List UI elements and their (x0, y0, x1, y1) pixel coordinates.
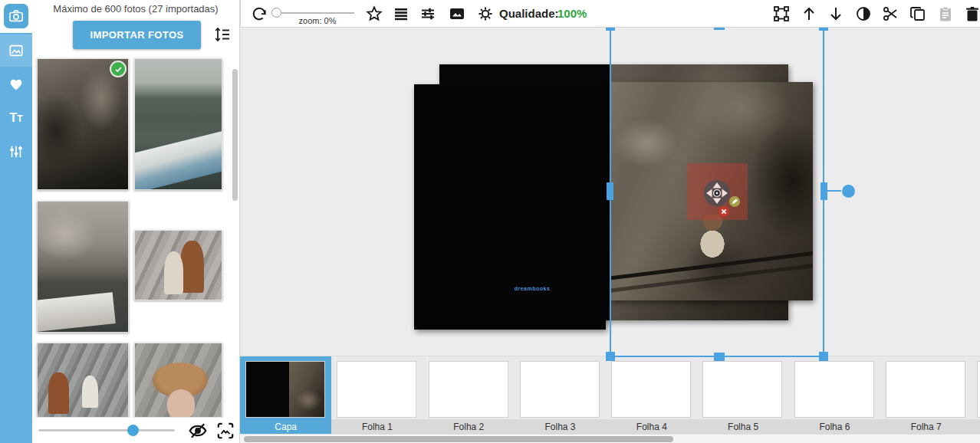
thumbnail-size-slider[interactable] (38, 429, 175, 432)
filmstrip-page-label: Folha 6 (789, 419, 880, 434)
rotate-button[interactable] (251, 5, 268, 22)
zoom-level-label: zoom: 0% (278, 16, 357, 25)
selection-handle-bottom-mid[interactable] (714, 353, 725, 361)
filmstrip-page[interactable]: Capa (240, 356, 331, 434)
trash-icon (964, 5, 980, 22)
thumbnail-size-slider-handle[interactable] (127, 425, 139, 436)
star-icon (366, 5, 383, 22)
contrast-button[interactable] (855, 5, 872, 22)
copy-button[interactable] (909, 5, 926, 22)
photo-panel-footer (32, 418, 239, 443)
import-photos-button[interactable]: IMPORTAR FOTOS (73, 21, 201, 49)
camera-icon (8, 8, 24, 24)
brand-logo: dreambooks (505, 286, 560, 291)
quality-label: Qualidade: (499, 0, 559, 28)
gear-icon (477, 5, 494, 22)
cover-thumb-rock (289, 362, 324, 417)
editor-toolbar: zoom: 0% Qual (240, 0, 980, 28)
arrow-down-icon (827, 5, 844, 22)
library-photo-thumbnail[interactable] (37, 58, 129, 190)
eye-off-icon (188, 421, 208, 441)
image-frame-icon (215, 421, 235, 441)
filmstrip-page-thumb (429, 361, 508, 418)
sidebar-item-text[interactable]: TT (0, 102, 32, 134)
filmstrip-page-label (972, 419, 980, 434)
filmstrip-page[interactable] (972, 356, 980, 434)
cover-thumb-black (246, 362, 289, 417)
filmstrip-page[interactable]: Folha 1 (331, 356, 423, 434)
filmstrip-page-thumb (520, 361, 600, 418)
selection-frame[interactable] (610, 25, 824, 357)
adjust-settings-button[interactable] (419, 5, 436, 22)
filmstrip-page[interactable]: Folha 5 (697, 356, 788, 434)
copy-icon (909, 5, 926, 22)
pages-filmstrip: Capa Folha 1 Folha 2 Folha 3 Folha 4 Fol… (240, 356, 980, 434)
delete-button[interactable] (964, 5, 980, 22)
favorite-star-button[interactable] (366, 5, 383, 22)
bring-forward-button[interactable] (801, 5, 817, 22)
text-Tt-icon: TT (9, 111, 22, 125)
layouts-menu-button[interactable] (393, 5, 409, 22)
hide-used-photos-button[interactable] (188, 421, 208, 441)
paste-button[interactable] (937, 5, 954, 22)
left-icon-rail: TT (0, 0, 32, 443)
selection-handle-bottom-right[interactable] (819, 352, 828, 361)
send-backward-button[interactable] (827, 5, 844, 22)
heart-icon (8, 77, 24, 92)
black-photo-layer[interactable]: dreambooks (414, 84, 606, 330)
filmstrip-page-thumb (337, 361, 416, 418)
check-icon (114, 65, 123, 74)
filmstrip-page-thumb (702, 361, 782, 418)
photo-library-panel: Máximo de 600 fotos (27 importadas) IMPO… (32, 0, 240, 443)
library-photo-thumbnail[interactable] (134, 58, 222, 190)
filmstrip-page[interactable]: Folha 2 (423, 356, 515, 434)
filmstrip-page[interactable]: Folha 4 (606, 356, 697, 434)
adjust-sliders-icon (8, 144, 24, 159)
settings-gear-button[interactable] (477, 5, 494, 22)
rotate-icon (251, 5, 268, 22)
photo-panel-scrollbar[interactable] (232, 69, 238, 201)
filmstrip-scrollbar-thumb[interactable] (244, 436, 673, 442)
sidebar-item-adjust[interactable] (0, 136, 32, 168)
filmstrip-page-thumb (611, 361, 691, 418)
filmstrip-page-thumb (977, 361, 980, 418)
filmstrip-scrollbar-track[interactable] (240, 434, 980, 443)
filmstrip-page-thumb (886, 361, 965, 418)
camera-app-button[interactable] (4, 4, 28, 28)
sort-order-button[interactable] (212, 25, 232, 45)
photos-image-icon (8, 43, 24, 58)
library-photo-thumbnail[interactable] (37, 343, 129, 418)
selection-handle-mid-left[interactable] (607, 182, 613, 200)
rotation-handle[interactable] (842, 185, 855, 198)
contrast-icon (855, 5, 872, 22)
design-canvas[interactable]: dreambooks (240, 28, 980, 356)
filmstrip-page[interactable]: Folha 3 (515, 356, 606, 434)
filmstrip-page-label: Folha 2 (423, 419, 515, 434)
quality-value: 100% (557, 0, 587, 28)
selection-handle-bottom-left[interactable] (606, 352, 615, 361)
library-photo-thumbnail[interactable] (134, 343, 222, 418)
filmstrip-page[interactable]: Folha 6 (789, 356, 880, 434)
filmstrip-page-label: Folha 4 (606, 419, 697, 434)
cut-button[interactable] (882, 5, 899, 22)
sidebar-item-photos[interactable] (0, 34, 32, 67)
library-photo-thumbnail[interactable] (134, 230, 222, 300)
filmstrip-page-label: Folha 5 (697, 419, 788, 434)
photobook-editor: TT Máximo de 600 fotos (27 importadas) I… (0, 0, 980, 443)
library-photo-thumbnail[interactable] (37, 201, 129, 333)
transform-button[interactable] (773, 5, 790, 22)
filmstrip-page[interactable]: Folha 7 (880, 356, 972, 434)
filmstrip-page-label: Folha 1 (331, 419, 423, 434)
transform-icon (773, 5, 790, 22)
photo-placeholder-button[interactable] (215, 421, 235, 441)
background-image-button[interactable] (449, 5, 465, 22)
filmstrip-page-thumb (794, 361, 874, 418)
scissors-icon (882, 5, 899, 22)
filmstrip-page-label: Folha 7 (880, 419, 972, 434)
sidebar-item-favorites[interactable] (0, 68, 32, 100)
adjust-sliders-icon (419, 5, 436, 22)
sort-order-icon (213, 25, 232, 44)
zoom-slider-track[interactable] (281, 12, 354, 14)
imported-check-badge (111, 62, 125, 76)
menu-lines-icon (393, 5, 409, 22)
